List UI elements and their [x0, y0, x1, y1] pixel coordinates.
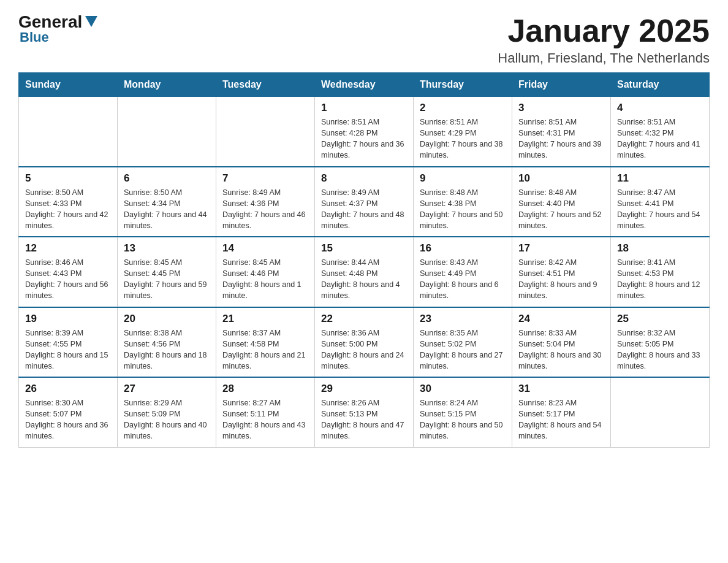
day-number: 17: [518, 242, 604, 255]
calendar-cell: 10Sunrise: 8:48 AM Sunset: 4:40 PM Dayli…: [512, 167, 611, 237]
calendar-week-row: 12Sunrise: 8:46 AM Sunset: 4:43 PM Dayli…: [19, 237, 710, 307]
day-number: 2: [420, 102, 506, 114]
day-info: Sunrise: 8:48 AM Sunset: 4:40 PM Dayligh…: [518, 187, 604, 232]
day-number: 22: [321, 313, 407, 325]
day-number: 11: [617, 172, 703, 185]
day-number: 8: [321, 172, 407, 185]
day-number: 21: [222, 313, 308, 325]
day-number: 4: [617, 102, 703, 114]
calendar-cell: 4Sunrise: 8:51 AM Sunset: 4:32 PM Daylig…: [611, 97, 710, 167]
calendar-week-row: 5Sunrise: 8:50 AM Sunset: 4:33 PM Daylig…: [19, 167, 710, 237]
day-info: Sunrise: 8:51 AM Sunset: 4:32 PM Dayligh…: [617, 117, 703, 161]
day-number: 16: [420, 242, 506, 255]
calendar-cell: 1Sunrise: 8:51 AM Sunset: 4:28 PM Daylig…: [315, 97, 414, 167]
day-info: Sunrise: 8:35 AM Sunset: 5:02 PM Dayligh…: [420, 327, 506, 372]
day-info: Sunrise: 8:51 AM Sunset: 4:29 PM Dayligh…: [420, 117, 506, 161]
calendar-cell: 24Sunrise: 8:33 AM Sunset: 5:04 PM Dayli…: [512, 307, 611, 378]
calendar-table: SundayMondayTuesdayWednesdayThursdayFrid…: [18, 72, 710, 448]
day-info: Sunrise: 8:50 AM Sunset: 4:33 PM Dayligh…: [25, 187, 111, 232]
day-number: 27: [124, 383, 210, 395]
calendar-cell: 8Sunrise: 8:49 AM Sunset: 4:37 PM Daylig…: [315, 167, 414, 237]
day-number: 3: [518, 102, 604, 114]
calendar-cell: 9Sunrise: 8:48 AM Sunset: 4:38 PM Daylig…: [414, 167, 512, 237]
calendar-week-row: 19Sunrise: 8:39 AM Sunset: 4:55 PM Dayli…: [19, 307, 710, 378]
calendar-day-header-wednesday: Wednesday: [315, 73, 414, 97]
logo: General Blue: [18, 12, 97, 45]
day-number: 10: [518, 172, 604, 185]
day-number: 31: [518, 383, 604, 395]
day-info: Sunrise: 8:27 AM Sunset: 5:11 PM Dayligh…: [222, 397, 308, 442]
day-info: Sunrise: 8:45 AM Sunset: 4:46 PM Dayligh…: [222, 257, 308, 302]
day-info: Sunrise: 8:33 AM Sunset: 5:04 PM Dayligh…: [518, 327, 604, 372]
calendar-cell: 7Sunrise: 8:49 AM Sunset: 4:36 PM Daylig…: [216, 167, 315, 237]
calendar-day-header-thursday: Thursday: [414, 73, 512, 97]
calendar-cell: 31Sunrise: 8:23 AM Sunset: 5:17 PM Dayli…: [512, 377, 611, 447]
calendar-week-row: 26Sunrise: 8:30 AM Sunset: 5:07 PM Dayli…: [19, 377, 710, 447]
day-info: Sunrise: 8:26 AM Sunset: 5:13 PM Dayligh…: [321, 397, 407, 442]
calendar-cell: 18Sunrise: 8:41 AM Sunset: 4:53 PM Dayli…: [611, 237, 710, 307]
day-info: Sunrise: 8:24 AM Sunset: 5:15 PM Dayligh…: [420, 397, 506, 442]
day-number: 29: [321, 383, 407, 395]
calendar-header-row: SundayMondayTuesdayWednesdayThursdayFrid…: [19, 73, 710, 97]
calendar-cell: [216, 97, 315, 167]
day-number: 18: [617, 242, 703, 255]
day-info: Sunrise: 8:30 AM Sunset: 5:07 PM Dayligh…: [25, 397, 111, 442]
day-number: 24: [518, 313, 604, 325]
calendar-header: SundayMondayTuesdayWednesdayThursdayFrid…: [19, 73, 710, 97]
day-number: 14: [222, 242, 308, 255]
day-number: 26: [25, 383, 111, 395]
day-info: Sunrise: 8:50 AM Sunset: 4:34 PM Dayligh…: [124, 187, 210, 232]
day-number: 28: [222, 383, 308, 395]
calendar-day-header-tuesday: Tuesday: [216, 73, 315, 97]
calendar-cell: 2Sunrise: 8:51 AM Sunset: 4:29 PM Daylig…: [414, 97, 512, 167]
day-info: Sunrise: 8:47 AM Sunset: 4:41 PM Dayligh…: [617, 187, 703, 232]
day-info: Sunrise: 8:36 AM Sunset: 5:00 PM Dayligh…: [321, 327, 407, 372]
calendar-cell: 21Sunrise: 8:37 AM Sunset: 4:58 PM Dayli…: [216, 307, 315, 378]
day-info: Sunrise: 8:51 AM Sunset: 4:31 PM Dayligh…: [518, 117, 604, 161]
logo-blue-text: Blue: [20, 29, 49, 45]
calendar-cell: 26Sunrise: 8:30 AM Sunset: 5:07 PM Dayli…: [19, 377, 118, 447]
page-header: General Blue January 2025 Hallum, Friesl…: [18, 12, 710, 66]
day-number: 12: [25, 242, 111, 255]
calendar-cell: 14Sunrise: 8:45 AM Sunset: 4:46 PM Dayli…: [216, 237, 315, 307]
calendar-cell: 28Sunrise: 8:27 AM Sunset: 5:11 PM Dayli…: [216, 377, 315, 447]
day-number: 13: [124, 242, 210, 255]
calendar-cell: 11Sunrise: 8:47 AM Sunset: 4:41 PM Dayli…: [611, 167, 710, 237]
calendar-cell: 20Sunrise: 8:38 AM Sunset: 4:56 PM Dayli…: [118, 307, 216, 378]
calendar-cell: 13Sunrise: 8:45 AM Sunset: 4:45 PM Dayli…: [118, 237, 216, 307]
day-info: Sunrise: 8:44 AM Sunset: 4:48 PM Dayligh…: [321, 257, 407, 302]
title-block: January 2025 Hallum, Friesland, The Neth…: [498, 12, 710, 66]
calendar-day-header-sunday: Sunday: [19, 73, 118, 97]
day-number: 23: [420, 313, 506, 325]
calendar-cell: 22Sunrise: 8:36 AM Sunset: 5:00 PM Dayli…: [315, 307, 414, 378]
calendar-cell: 30Sunrise: 8:24 AM Sunset: 5:15 PM Dayli…: [414, 377, 512, 447]
calendar-cell: 5Sunrise: 8:50 AM Sunset: 4:33 PM Daylig…: [19, 167, 118, 237]
day-number: 25: [617, 313, 703, 325]
day-info: Sunrise: 8:49 AM Sunset: 4:37 PM Dayligh…: [321, 187, 407, 232]
calendar-cell: 6Sunrise: 8:50 AM Sunset: 4:34 PM Daylig…: [118, 167, 216, 237]
day-info: Sunrise: 8:46 AM Sunset: 4:43 PM Dayligh…: [25, 257, 111, 302]
day-info: Sunrise: 8:37 AM Sunset: 4:58 PM Dayligh…: [222, 327, 308, 372]
day-number: 19: [25, 313, 111, 325]
calendar-cell: 17Sunrise: 8:42 AM Sunset: 4:51 PM Dayli…: [512, 237, 611, 307]
day-number: 15: [321, 242, 407, 255]
day-info: Sunrise: 8:41 AM Sunset: 4:53 PM Dayligh…: [617, 257, 703, 302]
calendar-title: January 2025: [498, 12, 710, 49]
day-info: Sunrise: 8:49 AM Sunset: 4:36 PM Dayligh…: [222, 187, 308, 232]
day-info: Sunrise: 8:38 AM Sunset: 4:56 PM Dayligh…: [124, 327, 210, 372]
day-info: Sunrise: 8:45 AM Sunset: 4:45 PM Dayligh…: [124, 257, 210, 302]
calendar-cell: 19Sunrise: 8:39 AM Sunset: 4:55 PM Dayli…: [19, 307, 118, 378]
calendar-cell: 16Sunrise: 8:43 AM Sunset: 4:49 PM Dayli…: [414, 237, 512, 307]
calendar-cell: [611, 377, 710, 447]
calendar-cell: 23Sunrise: 8:35 AM Sunset: 5:02 PM Dayli…: [414, 307, 512, 378]
calendar-day-header-monday: Monday: [118, 73, 216, 97]
calendar-cell: 15Sunrise: 8:44 AM Sunset: 4:48 PM Dayli…: [315, 237, 414, 307]
day-info: Sunrise: 8:29 AM Sunset: 5:09 PM Dayligh…: [124, 397, 210, 442]
logo-triangle-icon: [85, 16, 97, 27]
calendar-day-header-friday: Friday: [512, 73, 611, 97]
day-number: 9: [420, 172, 506, 185]
day-info: Sunrise: 8:43 AM Sunset: 4:49 PM Dayligh…: [420, 257, 506, 302]
day-info: Sunrise: 8:32 AM Sunset: 5:05 PM Dayligh…: [617, 327, 703, 372]
calendar-location: Hallum, Friesland, The Netherlands: [498, 50, 710, 66]
day-info: Sunrise: 8:51 AM Sunset: 4:28 PM Dayligh…: [321, 117, 407, 161]
